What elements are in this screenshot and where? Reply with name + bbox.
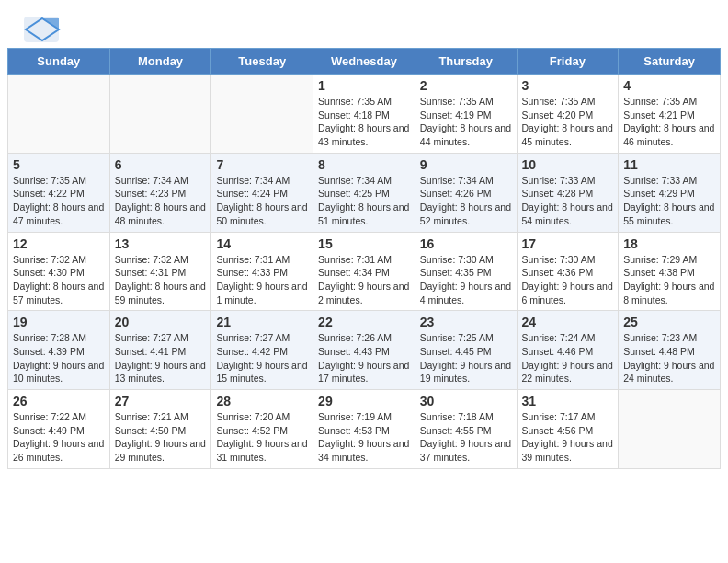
day-info: Sunrise: 7:32 AM Sunset: 4:31 PM Dayligh…: [115, 253, 207, 307]
day-number: 26: [13, 394, 105, 408]
day-info: Sunrise: 7:27 AM Sunset: 4:41 PM Dayligh…: [115, 331, 207, 385]
day-info: Sunrise: 7:21 AM Sunset: 4:50 PM Dayligh…: [115, 410, 207, 465]
day-info: Sunrise: 7:35 AM Sunset: 4:21 PM Dayligh…: [623, 95, 715, 149]
calendar-cell: 13Sunrise: 7:32 AM Sunset: 4:31 PM Dayli…: [109, 232, 211, 311]
calendar-cell: 26Sunrise: 7:22 AM Sunset: 4:49 PM Dayli…: [8, 390, 110, 469]
calendar-cell: 9Sunrise: 7:34 AM Sunset: 4:26 PM Daylig…: [415, 153, 517, 232]
day-number: 31: [522, 394, 614, 408]
day-info: Sunrise: 7:18 AM Sunset: 4:55 PM Dayligh…: [420, 410, 512, 465]
day-number: 13: [115, 236, 207, 251]
day-number: 21: [216, 315, 308, 329]
calendar-cell: 16Sunrise: 7:30 AM Sunset: 4:35 PM Dayli…: [415, 232, 517, 311]
day-info: Sunrise: 7:26 AM Sunset: 4:43 PM Dayligh…: [318, 331, 410, 385]
calendar-cell: 28Sunrise: 7:20 AM Sunset: 4:52 PM Dayli…: [211, 390, 313, 469]
day-info: Sunrise: 7:35 AM Sunset: 4:19 PM Dayligh…: [420, 95, 512, 149]
calendar-cell: 2Sunrise: 7:35 AM Sunset: 4:19 PM Daylig…: [415, 75, 517, 154]
weekday-header-friday: Friday: [517, 49, 619, 75]
day-info: Sunrise: 7:24 AM Sunset: 4:46 PM Dayligh…: [522, 331, 614, 385]
calendar-cell: 17Sunrise: 7:30 AM Sunset: 4:36 PM Dayli…: [517, 232, 619, 311]
day-number: 10: [522, 157, 614, 172]
calendar-cell: 22Sunrise: 7:26 AM Sunset: 4:43 PM Dayli…: [313, 311, 415, 390]
day-info: Sunrise: 7:17 AM Sunset: 4:56 PM Dayligh…: [522, 410, 614, 465]
calendar-cell: 20Sunrise: 7:27 AM Sunset: 4:41 PM Dayli…: [109, 311, 211, 390]
calendar-cell: [109, 75, 211, 154]
calendar-table: SundayMondayTuesdayWednesdayThursdayFrid…: [7, 48, 721, 469]
calendar-cell: 7Sunrise: 7:34 AM Sunset: 4:24 PM Daylig…: [211, 153, 313, 232]
day-info: Sunrise: 7:34 AM Sunset: 4:25 PM Dayligh…: [318, 174, 410, 228]
day-number: 14: [216, 236, 308, 251]
day-number: 24: [522, 315, 614, 329]
day-number: 30: [420, 394, 512, 408]
calendar-cell: 31Sunrise: 7:17 AM Sunset: 4:56 PM Dayli…: [517, 390, 619, 469]
calendar-cell: 15Sunrise: 7:31 AM Sunset: 4:34 PM Dayli…: [313, 232, 415, 311]
day-number: 11: [623, 157, 715, 172]
day-info: Sunrise: 7:30 AM Sunset: 4:36 PM Dayligh…: [522, 253, 614, 307]
calendar-cell: [8, 75, 110, 154]
day-info: Sunrise: 7:19 AM Sunset: 4:53 PM Dayligh…: [318, 410, 410, 465]
calendar-cell: 11Sunrise: 7:33 AM Sunset: 4:29 PM Dayli…: [619, 153, 721, 232]
day-number: 27: [115, 394, 207, 408]
day-number: 3: [522, 78, 614, 93]
calendar-cell: 10Sunrise: 7:33 AM Sunset: 4:28 PM Dayli…: [517, 153, 619, 232]
day-info: Sunrise: 7:29 AM Sunset: 4:38 PM Dayligh…: [623, 253, 715, 307]
day-info: Sunrise: 7:25 AM Sunset: 4:45 PM Dayligh…: [420, 331, 512, 385]
calendar-cell: 18Sunrise: 7:29 AM Sunset: 4:38 PM Dayli…: [619, 232, 721, 311]
day-number: 2: [420, 78, 512, 93]
calendar-cell: 19Sunrise: 7:28 AM Sunset: 4:39 PM Dayli…: [8, 311, 110, 390]
day-number: 19: [13, 315, 105, 329]
day-info: Sunrise: 7:30 AM Sunset: 4:35 PM Dayligh…: [420, 253, 512, 307]
day-number: 6: [115, 157, 207, 172]
calendar-wrapper: SundayMondayTuesdayWednesdayThursdayFrid…: [0, 48, 728, 477]
day-number: 29: [318, 394, 410, 408]
day-info: Sunrise: 7:33 AM Sunset: 4:29 PM Dayligh…: [623, 174, 715, 228]
day-number: 22: [318, 315, 410, 329]
day-info: Sunrise: 7:31 AM Sunset: 4:34 PM Dayligh…: [318, 253, 410, 307]
day-info: Sunrise: 7:35 AM Sunset: 4:18 PM Dayligh…: [318, 95, 410, 149]
day-info: Sunrise: 7:28 AM Sunset: 4:39 PM Dayligh…: [13, 331, 105, 385]
calendar-cell: [619, 390, 721, 469]
day-info: Sunrise: 7:35 AM Sunset: 4:20 PM Dayligh…: [522, 95, 614, 149]
weekday-header-tuesday: Tuesday: [211, 49, 313, 75]
day-number: 25: [623, 315, 715, 329]
day-number: 15: [318, 236, 410, 251]
calendar-cell: 23Sunrise: 7:25 AM Sunset: 4:45 PM Dayli…: [415, 311, 517, 390]
calendar-cell: 24Sunrise: 7:24 AM Sunset: 4:46 PM Dayli…: [517, 311, 619, 390]
weekday-header-saturday: Saturday: [619, 49, 721, 75]
calendar-cell: 30Sunrise: 7:18 AM Sunset: 4:55 PM Dayli…: [415, 390, 517, 469]
calendar-cell: [211, 75, 313, 154]
day-info: Sunrise: 7:23 AM Sunset: 4:48 PM Dayligh…: [623, 331, 715, 385]
calendar-cell: 6Sunrise: 7:34 AM Sunset: 4:23 PM Daylig…: [109, 153, 211, 232]
day-number: 28: [216, 394, 308, 408]
weekday-header-thursday: Thursday: [415, 49, 517, 75]
calendar-cell: 14Sunrise: 7:31 AM Sunset: 4:33 PM Dayli…: [211, 232, 313, 311]
page-header: [0, 0, 728, 48]
calendar-cell: 21Sunrise: 7:27 AM Sunset: 4:42 PM Dayli…: [211, 311, 313, 390]
day-number: 5: [13, 157, 105, 172]
day-info: Sunrise: 7:34 AM Sunset: 4:23 PM Dayligh…: [115, 174, 207, 228]
day-number: 18: [623, 236, 715, 251]
calendar-cell: 8Sunrise: 7:34 AM Sunset: 4:25 PM Daylig…: [313, 153, 415, 232]
day-info: Sunrise: 7:20 AM Sunset: 4:52 PM Dayligh…: [216, 410, 308, 465]
calendar-cell: 12Sunrise: 7:32 AM Sunset: 4:30 PM Dayli…: [8, 232, 110, 311]
calendar-cell: 5Sunrise: 7:35 AM Sunset: 4:22 PM Daylig…: [8, 153, 110, 232]
calendar-cell: 25Sunrise: 7:23 AM Sunset: 4:48 PM Dayli…: [619, 311, 721, 390]
day-number: 23: [420, 315, 512, 329]
day-info: Sunrise: 7:31 AM Sunset: 4:33 PM Dayligh…: [216, 253, 308, 307]
day-info: Sunrise: 7:35 AM Sunset: 4:22 PM Dayligh…: [13, 174, 105, 228]
weekday-header-sunday: Sunday: [8, 49, 110, 75]
day-info: Sunrise: 7:32 AM Sunset: 4:30 PM Dayligh…: [13, 253, 105, 307]
calendar-cell: 4Sunrise: 7:35 AM Sunset: 4:21 PM Daylig…: [619, 75, 721, 154]
day-info: Sunrise: 7:27 AM Sunset: 4:42 PM Dayligh…: [216, 331, 308, 385]
day-info: Sunrise: 7:33 AM Sunset: 4:28 PM Dayligh…: [522, 174, 614, 228]
day-info: Sunrise: 7:34 AM Sunset: 4:26 PM Dayligh…: [420, 174, 512, 228]
day-number: 7: [216, 157, 308, 172]
calendar-cell: 29Sunrise: 7:19 AM Sunset: 4:53 PM Dayli…: [313, 390, 415, 469]
day-number: 16: [420, 236, 512, 251]
calendar-cell: 3Sunrise: 7:35 AM Sunset: 4:20 PM Daylig…: [517, 75, 619, 154]
day-number: 1: [318, 78, 410, 93]
day-info: Sunrise: 7:34 AM Sunset: 4:24 PM Dayligh…: [216, 174, 308, 228]
calendar-cell: 27Sunrise: 7:21 AM Sunset: 4:50 PM Dayli…: [109, 390, 211, 469]
day-number: 8: [318, 157, 410, 172]
day-number: 12: [13, 236, 105, 251]
day-number: 20: [115, 315, 207, 329]
